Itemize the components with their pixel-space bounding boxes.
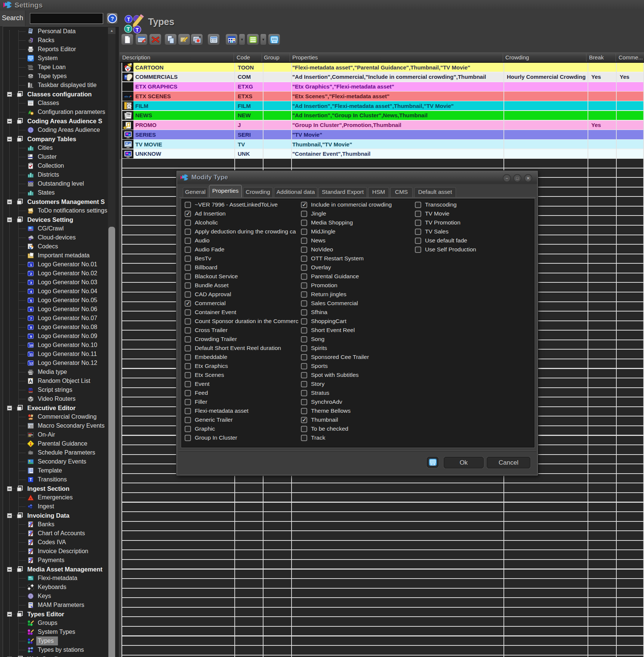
svg-text:?: ?: [111, 16, 114, 22]
svg-text:11: 11: [29, 352, 33, 356]
svg-text:*: *: [28, 324, 30, 328]
svg-text:*: *: [28, 342, 30, 345]
svg-text:A: A: [29, 379, 32, 384]
svg-text:*: *: [28, 315, 30, 319]
svg-text:*: *: [28, 279, 30, 283]
svg-text:*: *: [28, 333, 30, 337]
svg-text:*: *: [28, 261, 30, 265]
svg-text:T: T: [127, 16, 130, 22]
svg-text:*: *: [28, 288, 30, 292]
svg-text:etx-s: etx-s: [124, 95, 130, 98]
svg-text:10: 10: [29, 343, 33, 347]
svg-text:*: *: [28, 351, 30, 354]
svg-text:*: *: [28, 360, 30, 363]
svg-text:7: 7: [30, 316, 32, 320]
svg-text:*: *: [28, 297, 30, 301]
svg-text:2: 2: [30, 272, 32, 276]
svg-text:*: *: [28, 306, 30, 310]
svg-text:T: T: [127, 26, 130, 32]
svg-text:m: m: [29, 387, 33, 392]
svg-text:6: 6: [30, 307, 32, 312]
svg-text:5: 5: [30, 298, 32, 303]
svg-text:1: 1: [30, 263, 32, 267]
svg-text:12: 12: [29, 361, 33, 365]
svg-text:8: 8: [30, 325, 32, 329]
svg-text:T: T: [136, 27, 139, 33]
svg-text:3: 3: [30, 281, 32, 285]
svg-text:4: 4: [30, 289, 32, 294]
svg-text:101: 101: [272, 37, 277, 41]
svg-text:T: T: [30, 477, 32, 482]
svg-text:9: 9: [30, 334, 32, 338]
svg-text:*: *: [28, 270, 30, 274]
